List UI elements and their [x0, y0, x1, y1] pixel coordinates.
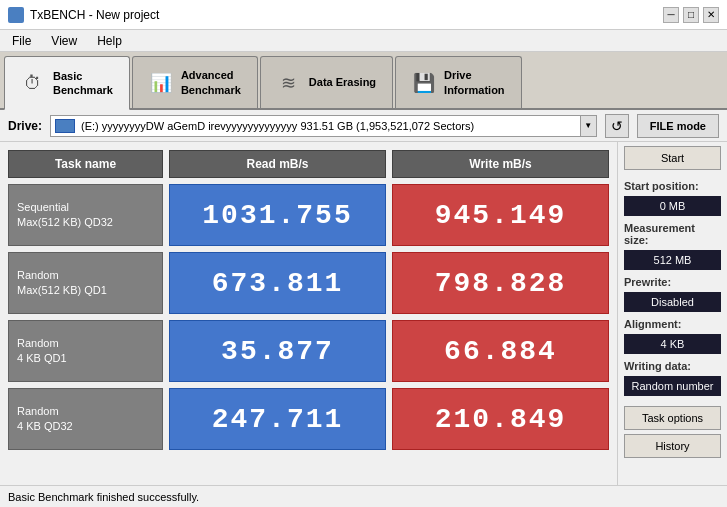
- menu-view[interactable]: View: [43, 32, 85, 50]
- start-button[interactable]: Start: [624, 146, 721, 170]
- tab-basic-benchmark[interactable]: ⏱ BasicBenchmark: [4, 56, 130, 110]
- status-bar: Basic Benchmark finished successfully.: [0, 485, 727, 507]
- bench-name-4: Random 4 KB QD32: [8, 388, 163, 450]
- bench-read-3: 35.877: [169, 320, 386, 382]
- tab-drive-information[interactable]: 💾 DriveInformation: [395, 56, 522, 108]
- title-bar-left: TxBENCH - New project: [8, 7, 159, 23]
- main-content: Task name Read mB/s Write mB/s Sequentia…: [0, 142, 727, 485]
- maximize-button[interactable]: □: [683, 7, 699, 23]
- measurement-size-label: Measurement size:: [624, 222, 721, 246]
- drive-select[interactable]: (E:) yyyyyyyyDW aGemD irevyyyyyyyyyyyyy …: [50, 115, 597, 137]
- menu-bar: File View Help: [0, 30, 727, 52]
- tab-data-erasing[interactable]: ≋ Data Erasing: [260, 56, 393, 108]
- menu-help[interactable]: Help: [89, 32, 130, 50]
- basic-benchmark-icon: ⏱: [21, 71, 45, 95]
- bench-read-2: 673.811: [169, 252, 386, 314]
- right-panel: Start Start position: 0 MB Measurement s…: [617, 142, 727, 485]
- window-controls[interactable]: ─ □ ✕: [663, 7, 719, 23]
- data-erasing-icon: ≋: [277, 71, 301, 95]
- alignment-label: Alignment:: [624, 318, 721, 330]
- writing-data-value: Random number: [624, 376, 721, 396]
- drive-dropdown-arrow[interactable]: ▼: [580, 116, 596, 136]
- start-position-value: 0 MB: [624, 196, 721, 216]
- drive-select-value: (E:) yyyyyyyyDW aGemD irevyyyyyyyyyyyyy …: [51, 119, 478, 133]
- history-button[interactable]: History: [624, 434, 721, 458]
- bench-header-row: Task name Read mB/s Write mB/s: [8, 150, 609, 178]
- bench-name-2: Random Max(512 KB) QD1: [8, 252, 163, 314]
- tab-basic-label: BasicBenchmark: [53, 69, 113, 98]
- measurement-size-value: 512 MB: [624, 250, 721, 270]
- bench-write-1: 945.149: [392, 184, 609, 246]
- bench-write-2: 798.828: [392, 252, 609, 314]
- bench-read-1: 1031.755: [169, 184, 386, 246]
- drive-bar: Drive: (E:) yyyyyyyyDW aGemD irevyyyyyyy…: [0, 110, 727, 142]
- alignment-value: 4 KB: [624, 334, 721, 354]
- bench-write-3: 66.884: [392, 320, 609, 382]
- bench-row-2: Random Max(512 KB) QD1 673.811 798.828: [8, 252, 609, 314]
- tab-advanced-label: AdvancedBenchmark: [181, 68, 241, 97]
- drive-refresh-button[interactable]: ↺: [605, 114, 629, 138]
- bench-name-1: Sequential Max(512 KB) QD32: [8, 184, 163, 246]
- tab-erasing-label: Data Erasing: [309, 75, 376, 89]
- bench-row-3: Random 4 KB QD1 35.877 66.884: [8, 320, 609, 382]
- status-text: Basic Benchmark finished successfully.: [8, 491, 199, 503]
- drive-text: (E:) yyyyyyyyDW aGemD irevyyyyyyyyyyyyy …: [81, 120, 474, 132]
- close-button[interactable]: ✕: [703, 7, 719, 23]
- window-title: TxBENCH - New project: [30, 8, 159, 22]
- tab-bar: ⏱ BasicBenchmark 📊 AdvancedBenchmark ≋ D…: [0, 52, 727, 110]
- bench-row-1: Sequential Max(512 KB) QD32 1031.755 945…: [8, 184, 609, 246]
- minimize-button[interactable]: ─: [663, 7, 679, 23]
- advanced-benchmark-icon: 📊: [149, 71, 173, 95]
- file-mode-button[interactable]: FILE mode: [637, 114, 719, 138]
- menu-file[interactable]: File: [4, 32, 39, 50]
- header-read: Read mB/s: [169, 150, 386, 178]
- benchmark-area: Task name Read mB/s Write mB/s Sequentia…: [0, 142, 617, 485]
- drive-disk-icon: [55, 119, 75, 133]
- task-options-button[interactable]: Task options: [624, 406, 721, 430]
- bench-read-4: 247.711: [169, 388, 386, 450]
- header-write: Write mB/s: [392, 150, 609, 178]
- drive-label: Drive:: [8, 119, 42, 133]
- drive-info-icon: 💾: [412, 71, 436, 95]
- tab-drive-label: DriveInformation: [444, 68, 505, 97]
- prewrite-value: Disabled: [624, 292, 721, 312]
- tab-advanced-benchmark[interactable]: 📊 AdvancedBenchmark: [132, 56, 258, 108]
- bench-name-3: Random 4 KB QD1: [8, 320, 163, 382]
- start-position-label: Start position:: [624, 180, 721, 192]
- title-bar: TxBENCH - New project ─ □ ✕: [0, 0, 727, 30]
- writing-data-label: Writing data:: [624, 360, 721, 372]
- bench-write-4: 210.849: [392, 388, 609, 450]
- header-task-name: Task name: [8, 150, 163, 178]
- app-icon: [8, 7, 24, 23]
- prewrite-label: Prewrite:: [624, 276, 721, 288]
- bench-row-4: Random 4 KB QD32 247.711 210.849: [8, 388, 609, 450]
